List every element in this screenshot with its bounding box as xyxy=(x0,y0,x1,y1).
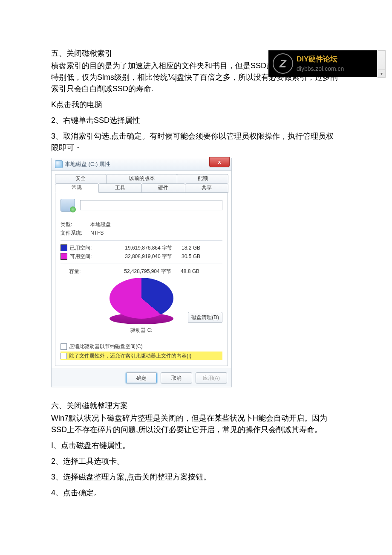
scrollbar-stub: ▾ xyxy=(378,50,386,78)
watermark-line2: diybbs.zol.com.cn xyxy=(297,64,344,73)
dialog-titlebar: 本地磁盘 (C:) 属性 x xyxy=(52,158,231,171)
used-gb: 18.2 GB xyxy=(175,244,200,252)
tab-tools[interactable]: 工具 xyxy=(98,183,142,193)
disk-cleanup-button[interactable]: 磁盘清理(D) xyxy=(188,312,222,323)
tabs-row-back: 安全 以前的版本 配额 xyxy=(55,174,228,183)
properties-dialog: 本地磁盘 (C:) 属性 x 安全 以前的版本 配额 常规 工具 硬件 共享 xyxy=(51,158,232,387)
index-checkbox[interactable] xyxy=(61,353,67,359)
cancel-button[interactable]: 取消 xyxy=(161,372,192,384)
capacity-bytes: 52,428,795,904 字节 xyxy=(98,267,171,275)
free-bytes: 32,808,919,040 字节 xyxy=(99,253,172,260)
drive-titlebar-icon xyxy=(55,160,63,168)
dialog-button-row: 确定 取消 应用(A) xyxy=(52,369,231,387)
section5-step1: K点击我的电脑 xyxy=(51,99,341,110)
tab-general[interactable]: 常规 xyxy=(55,183,99,193)
scrollbar-down-icon: ▾ xyxy=(378,70,385,77)
section5-step2: 2、右键单击SSD选择属性 xyxy=(51,115,341,126)
section6-step1: I、点击磁盘右键属性。 xyxy=(51,440,341,451)
type-value: 本地磁盘 xyxy=(90,221,111,228)
type-label: 类型: xyxy=(61,221,90,228)
watermark-banner: Z DIY硬件论坛 diybbs.zol.com.cn xyxy=(268,50,377,77)
tab-security[interactable]: 安全 xyxy=(55,174,107,183)
fs-value: NTFS xyxy=(90,229,104,237)
compress-label: 压缩此驱动器以节约磁盘空间(C) xyxy=(69,343,143,350)
free-swatch xyxy=(61,253,67,260)
compress-checkbox[interactable] xyxy=(61,343,67,350)
tab-hardware[interactable]: 硬件 xyxy=(141,183,185,193)
section5-step3: 3、取消索引勾选,点击确定。有时候可能会须要你以管理员权限操作，执行管理员权限即… xyxy=(51,131,341,154)
watermark-line1: DIY硬件论坛 xyxy=(297,54,344,65)
ok-button[interactable]: 确定 xyxy=(126,372,157,384)
tab-panel-general: 类型: 本地磁盘 文件系统: NTFS 已用空间: 19,619,876,864… xyxy=(55,192,228,366)
tabs-row-front: 常规 工具 硬件 共享 xyxy=(55,183,228,193)
section6-heading: 六、关闭磁就整理方案 xyxy=(51,400,341,412)
drive-icon xyxy=(61,199,75,212)
section6-step3: 3、选择磁盘整理方案,点击关闭整理方案按钮。 xyxy=(51,471,341,483)
drive-name-input[interactable] xyxy=(80,200,222,210)
section6-step4: 4、点击确定。 xyxy=(51,487,341,499)
used-bytes: 19,619,876,864 字节 xyxy=(99,244,172,252)
drive-caption: 驱动器 C: xyxy=(105,326,178,334)
disk-usage-pie xyxy=(110,278,173,319)
apply-button[interactable]: 应用(A) xyxy=(196,372,227,384)
section6-para1: Win7默认状况卜磁盘碎片整理是关闭的，但是在某些状况卜H能会自动开启。因为SS… xyxy=(51,413,341,436)
capacity-gb: 48.8 GB xyxy=(174,267,199,275)
watermark-logo: Z xyxy=(273,53,293,74)
tab-quota[interactable]: 配额 xyxy=(177,174,228,183)
capacity-label: 容量: xyxy=(69,267,98,275)
tab-sharing[interactable]: 共享 xyxy=(185,183,229,193)
index-label: 除了文件属性外，还允许索引此驱动器上文件的内容(I) xyxy=(69,352,191,360)
free-label: 可用空间: xyxy=(70,253,99,260)
used-label: 已用空间: xyxy=(70,244,99,252)
tab-previous[interactable]: 以前的版本 xyxy=(106,174,178,183)
fs-label: 文件系统: xyxy=(61,229,90,237)
dialog-title: 本地磁盘 (C:) 属性 xyxy=(65,160,110,169)
free-gb: 30.5 GB xyxy=(175,253,200,260)
used-swatch xyxy=(61,244,67,251)
close-button[interactable]: x xyxy=(209,157,230,167)
section6-step2: 2、选择工具选项卡。 xyxy=(51,456,341,467)
